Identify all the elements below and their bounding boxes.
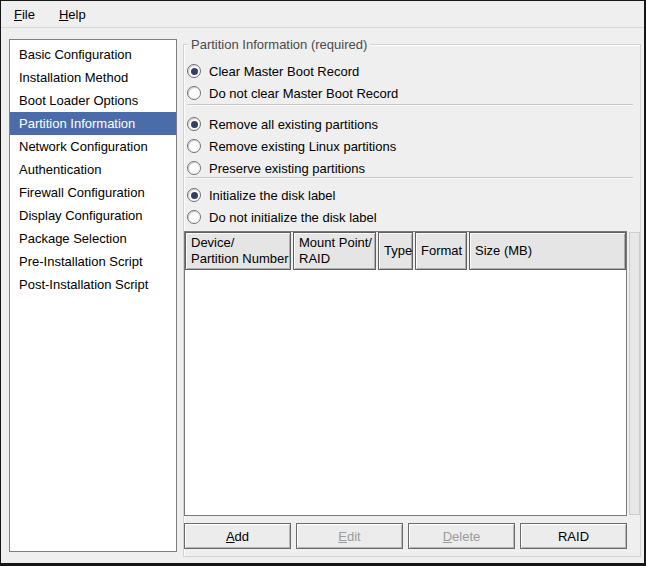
partitions-table-body-empty[interactable] (185, 270, 626, 515)
action-button-row: Add Edit Delete RAID (184, 523, 627, 549)
config-section-list: Basic Configuration Installation Method … (9, 39, 177, 552)
column-header-line: Mount Point/ (299, 235, 370, 251)
column-header-size-mb[interactable]: Size (MB) (469, 232, 626, 270)
sidebar-item-firewall-configuration[interactable]: Firewall Configuration (10, 181, 176, 204)
column-header-line: RAID (299, 251, 370, 267)
column-header-line: Partition Number (191, 251, 285, 267)
radio-unselected-icon (187, 86, 201, 100)
sidebar-item-boot-loader-options[interactable]: Boot Loader Options (10, 89, 176, 112)
radio-clear-mbr[interactable]: Clear Master Boot Record (187, 63, 359, 79)
radio-clear-mbr-label: Clear Master Boot Record (209, 64, 359, 79)
column-header-line: Format (421, 243, 461, 259)
radio-remove-all-partitions-label: Remove all existing partitions (209, 117, 378, 132)
sidebar-item-network-configuration[interactable]: Network Configuration (10, 135, 176, 158)
radio-no-clear-mbr-label: Do not clear Master Boot Record (209, 86, 398, 101)
sidebar-item-package-selection[interactable]: Package Selection (10, 227, 176, 250)
radio-selected-icon (187, 188, 201, 202)
column-header-type[interactable]: Type (378, 232, 413, 270)
radio-no-init-disk-label[interactable]: Do not initialize the disk label (187, 209, 377, 225)
radio-remove-linux-partitions-label: Remove existing Linux partitions (209, 139, 396, 154)
edit-button-mnemonic: E (338, 529, 347, 544)
sidebar-item-authentication[interactable]: Authentication (10, 158, 176, 181)
column-header-line: Type (384, 243, 407, 259)
column-header-format[interactable]: Format (415, 232, 467, 270)
column-header-line: Device/ (191, 235, 285, 251)
kickstart-configurator-window: File Help Basic Configuration Installati… (0, 0, 646, 566)
sidebar-item-partition-information[interactable]: Partition Information (10, 112, 176, 135)
frame-title: Partition Information (required) (188, 37, 370, 52)
sidebar-item-pre-installation-script[interactable]: Pre-Installation Script (10, 250, 176, 273)
sidebar-item-display-configuration[interactable]: Display Configuration (10, 204, 176, 227)
column-header-device-partition-number[interactable]: Device/ Partition Number (185, 232, 291, 270)
edit-button-label: dit (347, 529, 361, 544)
delete-button-mnemonic: D (443, 529, 452, 544)
add-button-mnemonic: A (226, 529, 235, 544)
partitions-table: Device/ Partition Number Mount Point/ RA… (184, 231, 627, 516)
radio-unselected-icon (187, 139, 201, 153)
menu-file-mnemonic: F (14, 7, 22, 22)
column-header-line: Size (MB) (475, 243, 620, 259)
radio-no-init-disk-label-label: Do not initialize the disk label (209, 210, 377, 225)
radio-selected-icon (187, 117, 201, 131)
radio-remove-linux-partitions[interactable]: Remove existing Linux partitions (187, 138, 396, 154)
radio-preserve-partitions[interactable]: Preserve existing partitions (187, 160, 365, 176)
radio-selected-icon (187, 64, 201, 78)
radio-unselected-icon (187, 210, 201, 224)
radio-init-disk-label[interactable]: Initialize the disk label (187, 187, 335, 203)
delete-button-label: elete (452, 529, 480, 544)
separator (187, 177, 633, 179)
radio-unselected-icon (187, 161, 201, 175)
sidebar-item-installation-method[interactable]: Installation Method (10, 66, 176, 89)
raid-button[interactable]: RAID (520, 523, 627, 549)
radio-init-disk-label-label: Initialize the disk label (209, 188, 335, 203)
menu-file-label: ile (22, 7, 35, 22)
menu-file[interactable]: File (11, 5, 38, 24)
edit-button[interactable]: Edit (296, 523, 403, 549)
separator (187, 104, 633, 106)
add-button[interactable]: Add (184, 523, 291, 549)
menu-help[interactable]: Help (56, 5, 89, 24)
vertical-scrollbar[interactable] (629, 232, 640, 515)
menubar: File Help (1, 1, 644, 28)
partitions-table-header: Device/ Partition Number Mount Point/ RA… (185, 232, 626, 270)
menu-help-label: elp (68, 7, 85, 22)
column-header-mount-point-raid[interactable]: Mount Point/ RAID (293, 232, 376, 270)
add-button-label: dd (235, 529, 249, 544)
radio-no-clear-mbr[interactable]: Do not clear Master Boot Record (187, 85, 398, 101)
raid-button-label: RAID (558, 529, 589, 544)
delete-button[interactable]: Delete (408, 523, 515, 549)
sidebar-item-basic-configuration[interactable]: Basic Configuration (10, 43, 176, 66)
sidebar-item-post-installation-script[interactable]: Post-Installation Script (10, 273, 176, 296)
radio-remove-all-partitions[interactable]: Remove all existing partitions (187, 116, 378, 132)
radio-preserve-partitions-label: Preserve existing partitions (209, 161, 365, 176)
menu-help-mnemonic: H (59, 7, 68, 22)
